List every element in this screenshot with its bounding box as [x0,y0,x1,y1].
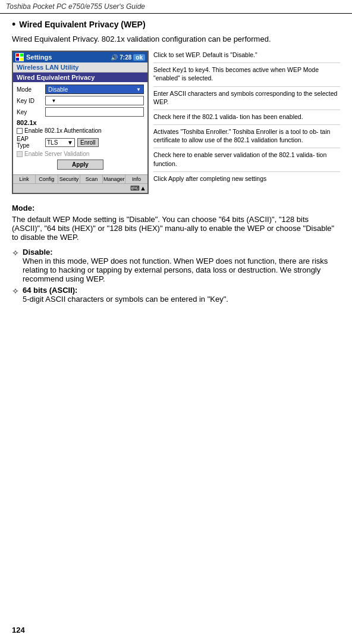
64bits-label: 64 bits (ASCII): [23,286,77,295]
keyid-label: Key ID [17,98,43,104]
annotation-5: Activates "Toshiba Enroller." Toshiba En… [153,127,340,144]
key-row: Key [17,107,144,117]
svg-rect-0 [16,54,19,57]
mode-row: Mode Disable ▼ [17,85,144,94]
ann-divider-6 [153,171,340,172]
ann-divider-5 [153,148,340,148]
ann-divider-1 [153,62,340,63]
eap-label: EAP Type [17,136,43,149]
device-screenshot: Settings 🔊 7:28 ok Wireless LAN Utility … [12,51,149,194]
keyid-input[interactable]: ▼ [45,96,144,105]
disable-text: When in this mode, WEP does not function… [23,257,340,283]
page-number: 124 [12,626,25,634]
ann-divider-3 [153,110,340,110]
eap-row: EAP Type TLS ▼ Enroll [17,136,144,149]
ok-button[interactable]: ok [133,54,145,61]
disable-option: ✧ Disable: When in this mode, WEP does n… [12,248,340,283]
windows-icon [15,53,24,61]
disable-content: Disable: When in this mode, WEP does not… [23,248,340,283]
annotations-column: Click to set WEP. Default is "Disable." … [149,51,340,184]
svg-rect-1 [20,54,23,57]
keyboard-icon[interactable]: ⌨▲ [130,185,146,192]
body-text: Mode: The default WEP Mode setting is "D… [12,204,340,304]
mode-dropdown[interactable]: Disable ▼ [45,85,144,94]
key-label: Key [17,109,43,115]
eap-select[interactable]: TLS ▼ [45,138,75,147]
enable-8021x-label: Enable 802.1x Authentication [24,127,102,134]
server-validation-checkbox[interactable] [17,151,23,157]
annotation-7: Click Apply after completing new setting… [153,174,340,183]
annotation-6-text: Check here to enable server validation o… [153,151,340,167]
nav-scan[interactable]: Scan [80,175,103,183]
page-header: Toshiba Pocket PC e750/e755 User's Guide [0,0,352,14]
annotation-6: Check here to enable server validation o… [153,151,340,167]
server-validation-label: Enable Server Validation [24,151,89,157]
keyid-dropdown-arrow: ▼ [52,98,56,104]
diamond-symbol-2: ✧ [12,286,19,304]
svg-rect-3 [20,58,23,61]
mode-label: Mode [17,86,43,93]
screenshot-area: Settings 🔊 7:28 ok Wireless LAN Utility … [12,51,340,194]
apply-button[interactable]: Apply [57,160,103,170]
annotation-7-text: Click Apply after completing new setting… [153,174,340,183]
ann-divider-4 [153,124,340,125]
speaker-icon: 🔊 [111,54,118,61]
annotation-2: Select Key1 to key4. This becomes active… [153,65,340,82]
device-body: Mode Disable ▼ Key ID ▼ Key [13,82,147,174]
section-title: Wired Equivalent Privacy (WEP) [19,20,145,29]
eap-value: TLS [47,139,58,146]
annotation-5-text: Activates "Toshiba Enroller." Toshiba En… [153,127,340,144]
server-validation-row: Enable Server Validation [17,151,144,157]
enable-8021x-checkbox[interactable] [17,128,23,134]
enable-8021x-row: Enable 802.1x Authentication [17,127,144,134]
8021x-label: 802.1x [17,119,144,126]
device-section-title: Wired Equivalent Privacy [13,73,147,82]
annotation-2-text: Select Key1 to key4. This becomes active… [153,65,340,82]
eap-dropdown-arrow: ▼ [67,139,73,146]
annotation-3-text: Enter ASCII characters and symbols corre… [153,89,340,106]
annotation-1: Click to set WEP. Default is "Disable." [153,51,340,59]
mode-dropdown-arrow: ▼ [136,87,141,92]
keyboard-row: ⌨▲ [13,183,147,193]
section-bullet-row: • Wired Equivalent Privacy (WEP) [12,20,340,31]
titlebar-appname: Settings [26,54,108,61]
annotation-4: Check here if the 802.1 valida- tion has… [153,112,340,121]
svg-rect-2 [16,58,19,61]
apply-row: Apply [17,160,144,170]
ann-divider-2 [153,86,340,87]
section-intro: Wired Equivalent Privacy. 802.1x validat… [12,35,340,43]
nav-config[interactable]: Config [36,175,58,183]
64bits-content: 64 bits (ASCII): 5-digit ASCII character… [23,286,228,304]
bullet-symbol: • [12,18,15,31]
titlebar-time: 7:28 [120,54,131,61]
keyid-row: Key ID ▼ [17,96,144,105]
nav-manager[interactable]: Manager [103,175,125,183]
nav-link[interactable]: Link [13,175,36,183]
device-navbar: Link Config Security Scan Manager Info [13,174,147,183]
nav-info[interactable]: Info [125,175,147,183]
64bits-text: 5-digit ASCII characters or symbols can … [23,295,228,304]
nav-security[interactable]: Security [58,175,81,183]
annotation-4-text: Check here if the 802.1 valida- tion has… [153,112,340,121]
device-titlebar: Settings 🔊 7:28 ok [13,52,147,62]
device-app-title: Wireless LAN Utility [13,62,147,73]
disable-label: Disable: [23,248,53,257]
64bits-option: ✧ 64 bits (ASCII): 5-digit ASCII charact… [12,286,340,304]
titlebar-status: 🔊 7:28 ok [111,54,145,61]
header-title: Toshiba Pocket PC e750/e755 User's Guide [6,2,145,11]
enroll-button[interactable]: Enroll [77,138,99,147]
annotation-1-text: Click to set WEP. Default is "Disable." [153,51,340,59]
key-input[interactable] [45,107,144,117]
diamond-symbol-1: ✧ [12,248,19,283]
mode-value: Disable [48,86,68,93]
annotation-3: Enter ASCII characters and symbols corre… [153,89,340,106]
mode-heading: Mode: [12,204,340,212]
mode-text: The default WEP Mode setting is "Disable… [12,215,340,242]
